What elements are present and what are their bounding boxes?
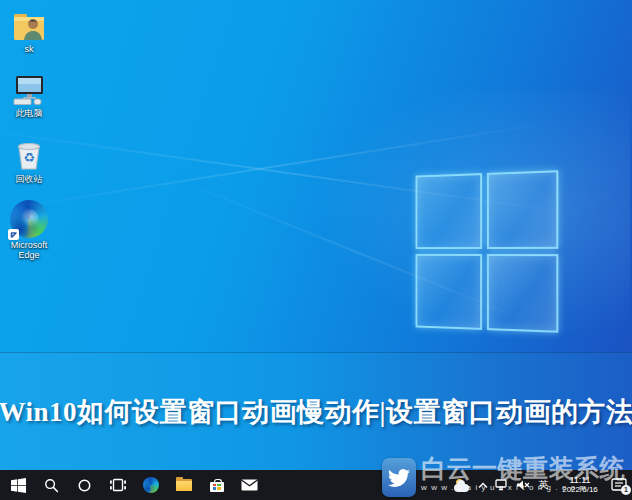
desktop-icon-this-pc[interactable]: 此电脑 xyxy=(0,70,58,118)
desktop-wallpaper: sk 此电脑 ♻ 回收站 xyxy=(0,0,632,500)
desktop-icon-label: 回收站 xyxy=(16,174,43,184)
mail-button[interactable] xyxy=(233,470,266,500)
banner-title: Win10如何设置窗口动画慢动作|设置窗口动画的方法 xyxy=(0,394,632,430)
network-icon[interactable] xyxy=(495,479,509,491)
system-tray: 英 11:11 2022/6/16 1 xyxy=(454,470,632,500)
desktop-icon-label: sk xyxy=(25,44,34,54)
desktop-icon-label: Microsoft Edge xyxy=(1,240,57,260)
mail-icon xyxy=(241,479,258,491)
notification-badge: 1 xyxy=(621,485,631,495)
edge-icon xyxy=(143,477,159,493)
cortana-button[interactable] xyxy=(68,470,101,500)
search-icon xyxy=(44,478,59,493)
desktop-icon-user-folder[interactable]: sk xyxy=(0,6,58,54)
store-icon xyxy=(210,479,224,492)
file-explorer-button[interactable] xyxy=(167,470,200,500)
clock-date: 2022/6/16 xyxy=(562,485,598,494)
taskbar: 英 11:11 2022/6/16 1 xyxy=(0,470,632,500)
windows-start-icon xyxy=(11,478,26,493)
taskbar-buttons xyxy=(0,470,266,500)
caption-banner: Win10如何设置窗口动画慢动作|设置窗口动画的方法 xyxy=(0,352,632,471)
this-pc-icon xyxy=(11,70,47,106)
clock-time: 11:11 xyxy=(569,476,590,485)
weather-icon[interactable] xyxy=(454,479,471,492)
edge-swirl xyxy=(19,209,39,229)
hidden-icons-chevron[interactable] xyxy=(478,482,488,489)
store-button[interactable] xyxy=(200,470,233,500)
volume-muted-icon[interactable] xyxy=(516,479,530,491)
taskbar-clock[interactable]: 11:11 2022/6/16 xyxy=(557,476,603,494)
search-button[interactable] xyxy=(35,470,68,500)
cortana-circle-icon xyxy=(77,478,92,493)
desktop-icon-recycle-bin[interactable]: ♻ 回收站 xyxy=(0,136,58,184)
task-view-button[interactable] xyxy=(101,470,134,500)
windows-logo xyxy=(416,170,559,333)
recycle-bin-icon: ♻ xyxy=(12,136,46,172)
ime-indicator[interactable]: 英 xyxy=(537,478,550,492)
shortcut-arrow-icon xyxy=(8,229,19,240)
user-folder-icon xyxy=(11,6,47,42)
edge-icon xyxy=(10,196,48,238)
action-center-button[interactable]: 1 xyxy=(610,477,628,493)
desktop-icon-microsoft-edge[interactable]: Microsoft Edge xyxy=(0,196,58,260)
edge-taskbar-button[interactable] xyxy=(134,470,167,500)
svg-text:♻: ♻ xyxy=(23,150,35,165)
start-button[interactable] xyxy=(2,470,35,500)
desktop-icon-label: 此电脑 xyxy=(16,108,43,118)
task-view-icon xyxy=(110,478,126,492)
file-explorer-icon xyxy=(176,479,192,491)
